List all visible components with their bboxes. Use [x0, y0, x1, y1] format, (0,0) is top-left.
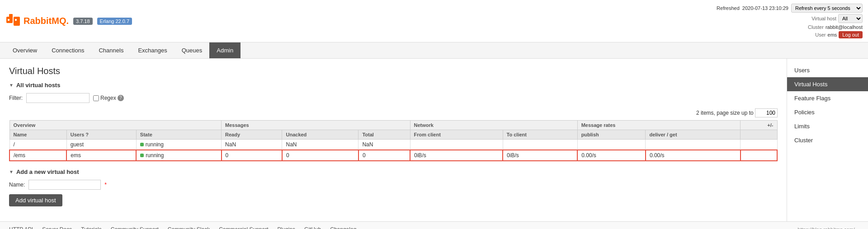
cluster-label: Cluster [808, 24, 824, 30]
user-label: User [815, 32, 826, 37]
table-cell: 0 [222, 150, 282, 161]
nav-queues[interactable]: Queues [175, 42, 210, 58]
th-message-rates: Message rates [577, 121, 741, 130]
th-to-client: To client [503, 130, 577, 140]
help-icon[interactable]: ? [118, 95, 124, 101]
table-cell: / [9, 140, 66, 150]
rabbitmq-logo-icon [5, 13, 22, 29]
sidebar-item-cluster[interactable]: Cluster [787, 133, 868, 147]
logo-rabbit: Rabbit [24, 16, 52, 26]
table-cell: 0iB/s [503, 150, 577, 161]
th-ready: Ready [222, 130, 282, 140]
logo-text: RabbitMQ. [24, 16, 69, 26]
th-network: Network [410, 121, 577, 130]
regex-label: Regex ? [93, 95, 124, 101]
nav-admin[interactable]: Admin [209, 42, 241, 58]
nav-overview[interactable]: Overview [5, 42, 44, 58]
footer-github[interactable]: GitHub [304, 226, 321, 229]
table-cell [741, 150, 777, 161]
sidebar-item-policies[interactable]: Policies [787, 105, 868, 119]
all-vhosts-toggle[interactable]: ▼ All virtual hosts [9, 82, 778, 89]
main: Virtual Hosts ▼ All virtual hosts Filter… [0, 59, 868, 221]
footer-community-slack[interactable]: Community Slack [168, 226, 210, 229]
svg-rect-3 [8, 19, 9, 21]
footer-commercial-support[interactable]: Commercial Support [219, 226, 268, 229]
refreshed-label: Refreshed [717, 5, 740, 11]
footer-community-support[interactable]: Community Support [111, 226, 159, 229]
footer-changelog[interactable]: Changelog [330, 226, 356, 229]
th-action [741, 130, 777, 140]
sidebar-item-feature-flags[interactable]: Feature Flags [787, 91, 868, 105]
toggle-arrow-down: ▼ [9, 83, 14, 88]
page-size-input[interactable] [755, 108, 778, 117]
sidebar-item-limits[interactable]: Limits [787, 119, 868, 133]
table-cell [503, 140, 577, 150]
filter-input[interactable] [26, 93, 90, 103]
table-row[interactable]: /emsemsrunning0000iB/s0iB/s0.00/s0.00/s [9, 150, 777, 161]
cluster-row: Cluster rabbit@localhost [808, 24, 863, 30]
table-cell [741, 140, 777, 150]
footer-url: https://blog.rabbitmq.com/... [797, 227, 859, 229]
table-cell [410, 140, 503, 150]
table-cell: 0 [282, 150, 359, 161]
logo-mq: MQ. [52, 16, 69, 26]
add-vhost-button[interactable]: Add virtual host [9, 194, 62, 206]
footer-server-docs[interactable]: Server Docs [42, 226, 72, 229]
table-cell: running [136, 150, 221, 161]
regex-checkbox[interactable] [93, 95, 99, 101]
th-publish: publish [577, 130, 646, 140]
add-toggle-arrow: ▼ [9, 169, 14, 174]
vhost-table-body: /guestrunningNaNNaNNaN/emsemsrunning0000… [9, 140, 777, 161]
table-cell: NaN [222, 140, 282, 150]
user-value: ems [828, 32, 837, 37]
refresh-select[interactable]: Refresh every 5 seconds Refresh every 10… [791, 4, 863, 13]
sidebar: Users Virtual Hosts Feature Flags Polici… [787, 59, 868, 221]
th-deliver-get: deliver / get [646, 130, 741, 140]
sidebar-item-virtual-hosts[interactable]: Virtual Hosts [787, 77, 868, 91]
nav: Overview Connections Channels Exchanges … [0, 42, 868, 59]
table-cell: NaN [359, 140, 410, 150]
page-title: Virtual Hosts [9, 66, 778, 76]
content: Virtual Hosts ▼ All virtual hosts Filter… [0, 59, 787, 221]
user-row: User ems Log out [815, 31, 863, 38]
table-cell: 0.00/s [646, 150, 741, 161]
footer-tutorials[interactable]: Tutorials [81, 226, 102, 229]
vhost-select[interactable]: All / /ems [838, 14, 863, 23]
svg-rect-4 [15, 19, 17, 21]
th-plusminus[interactable]: +/- [741, 121, 777, 130]
logo: RabbitMQ. [5, 13, 69, 29]
vhost-table: Overview Messages Network Message rates … [9, 120, 778, 161]
table-cell: NaN [282, 140, 359, 150]
table-cell: ems [66, 150, 136, 161]
add-name-input[interactable] [28, 180, 101, 190]
erlang-badge: Erlang 22.0.7 [97, 18, 132, 25]
svg-rect-2 [14, 17, 20, 26]
header-right: Refreshed 2020-07-13 23:10:29 Refresh ev… [717, 4, 863, 38]
th-users: Users ? [66, 130, 136, 140]
refreshed-time: 2020-07-13 23:10:29 [742, 5, 788, 11]
th-messages: Messages [222, 121, 410, 130]
all-vhosts-label: All virtual hosts [16, 82, 61, 89]
nav-channels[interactable]: Channels [91, 42, 131, 58]
footer-links: HTTP API Server Docs Tutorials Community… [9, 226, 356, 229]
sidebar-item-users[interactable]: Users [787, 63, 868, 77]
th-overview: Overview [9, 121, 222, 130]
table-cell [646, 140, 741, 150]
nav-exchanges[interactable]: Exchanges [131, 42, 174, 58]
svg-rect-1 [9, 14, 13, 18]
add-vhost-toggle[interactable]: ▼ Add a new virtual host [9, 168, 778, 175]
footer-plugins[interactable]: Plugins [278, 226, 295, 229]
table-cell: 0.00/s [577, 150, 646, 161]
refresh-row: Refreshed 2020-07-13 23:10:29 Refresh ev… [717, 4, 863, 13]
th-name: Name [9, 130, 66, 140]
table-row[interactable]: /guestrunningNaNNaNNaN [9, 140, 777, 150]
th-state: State [136, 130, 221, 140]
table-cell: guest [66, 140, 136, 150]
add-name-label: Name: [9, 182, 25, 188]
nav-connections[interactable]: Connections [44, 42, 91, 58]
filter-label: Filter: [9, 95, 23, 101]
footer-http-api[interactable]: HTTP API [9, 226, 33, 229]
version-badge: 3.7.18 [73, 18, 93, 25]
logout-button[interactable]: Log out [839, 31, 863, 38]
table-cell: /ems [9, 150, 66, 161]
